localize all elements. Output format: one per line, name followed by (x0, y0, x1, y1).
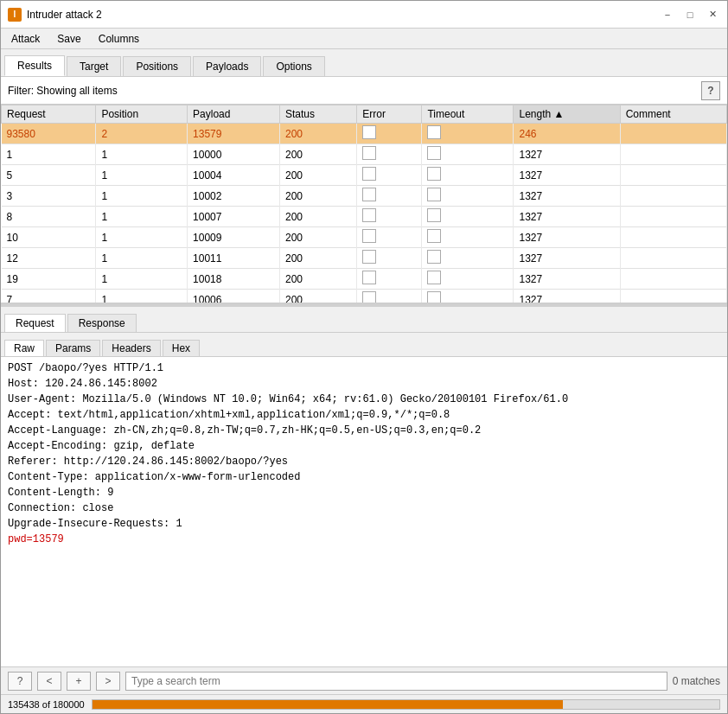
table-row[interactable]: 101100092001327 (2, 227, 727, 248)
content-line: Accept-Language: zh-CN,zh;q=0.8,zh-TW;q=… (8, 423, 720, 438)
main-tabs-bar: Results Target Positions Payloads Option… (1, 49, 727, 77)
prev-button[interactable]: < (37, 672, 61, 691)
lower-section: Request Response Raw Params Headers Hex … (1, 307, 727, 713)
progress-bar (92, 699, 720, 710)
error-checkbox[interactable] (362, 146, 376, 160)
col-error[interactable]: Error (357, 105, 422, 124)
filter-bar: Filter: Showing all items ? (1, 77, 727, 105)
results-table: Request Position Payload Status Error Ti… (1, 105, 727, 303)
app-icon: I (8, 8, 22, 22)
col-request[interactable]: Request (2, 105, 96, 124)
table-row[interactable]: 191100182001327 (2, 269, 727, 290)
timeout-checkbox[interactable] (427, 208, 441, 222)
sub-tabs-bar: Raw Params Headers Hex (1, 333, 727, 357)
error-checkbox[interactable] (362, 291, 376, 303)
content-line: Accept: text/html,application/xhtml+xml,… (8, 407, 720, 423)
error-checkbox[interactable] (362, 250, 376, 264)
col-timeout[interactable]: Timeout (422, 105, 514, 124)
error-checkbox[interactable] (362, 229, 376, 243)
title-bar: I Intruder attack 2 − □ ✕ (1, 1, 727, 29)
menu-columns[interactable]: Columns (92, 31, 146, 47)
content-line: pwd=13579 (8, 532, 720, 547)
tab-results[interactable]: Results (4, 55, 65, 76)
tab-target[interactable]: Target (67, 56, 121, 76)
bottom-toolbar: ? < + > 0 matches (1, 666, 727, 694)
timeout-checkbox[interactable] (427, 167, 441, 181)
table-row[interactable]: 81100072001327 (2, 207, 727, 227)
sub-tab-headers[interactable]: Headers (102, 340, 160, 356)
sub-tab-raw[interactable]: Raw (4, 340, 44, 356)
filter-help-button[interactable]: ? (701, 81, 720, 100)
error-checkbox[interactable] (362, 208, 376, 222)
window-controls: − □ ✕ (660, 7, 720, 22)
content-line: Connection: close (8, 500, 720, 516)
title-bar-left: I Intruder attack 2 (8, 8, 102, 22)
tab-payloads[interactable]: Payloads (193, 56, 261, 76)
next-button[interactable]: > (96, 672, 120, 691)
timeout-checkbox[interactable] (427, 229, 441, 243)
add-button[interactable]: + (67, 672, 91, 691)
results-table-container: Request Position Payload Status Error Ti… (1, 105, 727, 303)
tab-response[interactable]: Response (67, 314, 137, 332)
content-line: Content-Type: application/x-www-form-url… (8, 469, 720, 485)
col-position[interactable]: Position (96, 105, 188, 124)
window-title: Intruder attack 2 (27, 9, 102, 21)
matches-label: 0 matches (673, 675, 720, 687)
error-checkbox[interactable] (362, 188, 376, 201)
col-status[interactable]: Status (280, 105, 357, 124)
tab-options[interactable]: Options (263, 56, 324, 76)
col-payload[interactable]: Payload (188, 105, 280, 124)
content-line: Content-Length: 9 (8, 485, 720, 500)
search-input[interactable] (125, 672, 667, 691)
content-line: User-Agent: Mozilla/5.0 (Windows NT 10.0… (8, 392, 720, 407)
content-line: Host: 120.24.86.145:8002 (8, 376, 720, 392)
sub-tab-hex[interactable]: Hex (163, 340, 200, 356)
table-row[interactable]: 93580213579200246 (2, 124, 727, 144)
progress-fill (93, 700, 563, 709)
table-row[interactable]: 11100002001327 (2, 144, 727, 165)
menu-attack[interactable]: Attack (4, 31, 47, 47)
error-checkbox[interactable] (362, 167, 376, 181)
content-line: POST /baopo/?yes HTTP/1.1 (8, 360, 720, 376)
tab-positions[interactable]: Positions (123, 56, 191, 76)
lower-tabs-bar: Request Response (1, 307, 727, 333)
error-checkbox[interactable] (362, 271, 376, 284)
timeout-checkbox[interactable] (427, 271, 441, 284)
timeout-checkbox[interactable] (427, 146, 441, 160)
help-button[interactable]: ? (8, 672, 32, 691)
timeout-checkbox[interactable] (427, 125, 441, 139)
table-row[interactable]: 51100042001327 (2, 165, 727, 186)
timeout-checkbox[interactable] (427, 188, 441, 201)
main-window: I Intruder attack 2 − □ ✕ Attack Save Co… (0, 0, 728, 714)
content-line: Referer: http://120.24.86.145:8002/baopo… (8, 454, 720, 469)
tab-request[interactable]: Request (4, 314, 66, 332)
table-wrapper[interactable]: Request Position Payload Status Error Ti… (1, 105, 727, 303)
timeout-checkbox[interactable] (427, 291, 441, 303)
error-checkbox[interactable] (362, 125, 376, 139)
sub-tab-params[interactable]: Params (46, 340, 100, 356)
col-comment[interactable]: Comment (620, 105, 726, 124)
menu-save[interactable]: Save (50, 31, 87, 47)
request-content: POST /baopo/?yes HTTP/1.1Host: 120.24.86… (1, 357, 727, 666)
close-button[interactable]: ✕ (705, 7, 720, 22)
minimize-button[interactable]: − (660, 7, 675, 22)
table-row[interactable]: 31100022001327 (2, 186, 727, 207)
maximize-button[interactable]: □ (682, 7, 698, 22)
menu-bar: Attack Save Columns (1, 29, 727, 49)
content-line: Accept-Encoding: gzip, deflate (8, 438, 720, 454)
col-length[interactable]: Length ▲ (514, 105, 620, 124)
status-text: 135438 of 180000 (8, 699, 85, 710)
table-row[interactable]: 121100112001327 (2, 248, 727, 269)
status-bar: 135438 of 180000 (1, 694, 727, 713)
content-line: Upgrade-Insecure-Requests: 1 (8, 516, 720, 532)
filter-text: Filter: Showing all items (8, 85, 118, 97)
table-row[interactable]: 71100062001327 (2, 290, 727, 303)
timeout-checkbox[interactable] (427, 250, 441, 264)
